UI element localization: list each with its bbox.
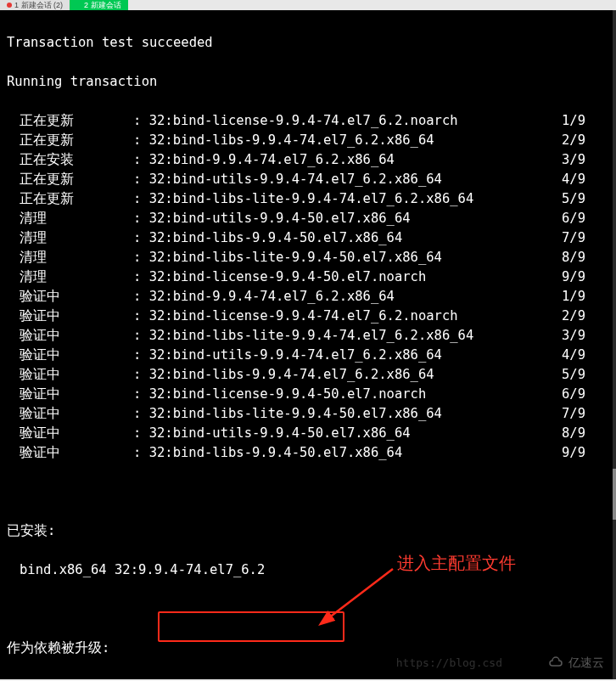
count-text: 9/9 xyxy=(558,267,609,287)
package-text: : 32:bind-libs-lite-9.9.4-74.el7_6.2.x86… xyxy=(133,326,558,346)
count-text: 4/9 xyxy=(558,170,609,189)
scroll-thumb[interactable] xyxy=(613,469,616,520)
transaction-row: 验证中: 32:bind-utils-9.9.4-74.el7_6.2.x86_… xyxy=(3,346,609,365)
count-text: 2/9 xyxy=(558,131,609,150)
status-text: 验证中 xyxy=(20,307,133,326)
highlight-box xyxy=(158,611,344,642)
tab-session-1[interactable]: 1 新建会话 (2) xyxy=(0,0,70,10)
transaction-row: 验证中: 32:bind-utils-9.9.4-50.el7.x86_648/… xyxy=(3,424,609,443)
count-text: 8/9 xyxy=(558,248,609,267)
package-text: : 32:bind-utils-9.9.4-74.el7_6.2.x86_64 xyxy=(133,170,558,189)
status-text: 验证中 xyxy=(20,404,133,424)
tab-label: 2 新建会话 xyxy=(84,0,121,10)
package-text: : 32:bind-license-9.9.4-50.el7.noarch xyxy=(133,385,558,404)
arrow-icon xyxy=(318,562,403,630)
status-dot-icon xyxy=(7,3,12,8)
count-text: 1/9 xyxy=(558,111,609,131)
transaction-row: 清理: 32:bind-libs-9.9.4-50.el7.x86_647/9 xyxy=(3,228,609,248)
status-text: 验证中 xyxy=(20,443,133,463)
package-text: : 32:bind-libs-9.9.4-74.el7_6.2.x86_64 xyxy=(133,365,558,385)
transaction-row: 验证中: 32:bind-9.9.4-74.el7_6.2.x86_641/9 xyxy=(3,287,609,307)
count-text: 3/9 xyxy=(558,326,609,346)
transaction-row: 正在更新: 32:bind-libs-lite-9.9.4-74.el7_6.2… xyxy=(3,189,609,209)
package-text: : 32:bind-libs-9.9.4-50.el7.x86_64 xyxy=(133,443,558,463)
transaction-row: 验证中: 32:bind-license-9.9.4-50.el7.noarch… xyxy=(3,385,609,404)
transaction-row: 验证中: 32:bind-libs-9.9.4-74.el7_6.2.x86_6… xyxy=(3,365,609,385)
status-text: 正在更新 xyxy=(20,111,133,131)
count-text: 7/9 xyxy=(558,404,609,424)
tab-bar: 1 新建会话 (2) 2 新建会话 xyxy=(0,0,616,10)
package-text: : 32:bind-libs-lite-9.9.4-74.el7_6.2.x86… xyxy=(133,189,558,209)
transaction-row: 正在更新: 32:bind-libs-9.9.4-74.el7_6.2.x86_… xyxy=(3,131,609,150)
transaction-row: 验证中: 32:bind-libs-lite-9.9.4-74.el7_6.2.… xyxy=(3,326,609,346)
status-text: 正在更新 xyxy=(20,189,133,209)
count-text: 4/9 xyxy=(558,346,609,365)
status-dot-icon xyxy=(76,3,81,8)
package-line: bind.x86_64 32:9.9.4-74.el7_6.2 xyxy=(3,560,609,580)
status-text: 验证中 xyxy=(20,365,133,385)
section-header: 已安装: xyxy=(3,521,609,541)
count-text: 9/9 xyxy=(558,443,609,463)
package-text: : 32:bind-license-9.9.4-74.el7_6.2.noarc… xyxy=(133,307,558,326)
count-text: 2/9 xyxy=(558,307,609,326)
cloud-icon xyxy=(548,656,563,671)
count-text: 7/9 xyxy=(558,228,609,248)
output-line: Transaction test succeeded xyxy=(3,33,609,53)
status-text: 正在更新 xyxy=(20,131,133,150)
tab-session-2[interactable]: 2 新建会话 xyxy=(70,0,128,10)
status-text: 验证中 xyxy=(20,326,133,346)
status-text: 验证中 xyxy=(20,287,133,307)
transaction-row: 清理: 32:bind-libs-lite-9.9.4-50.el7.x86_6… xyxy=(3,248,609,267)
transaction-row: 正在安装: 32:bind-9.9.4-74.el7_6.2.x86_643/9 xyxy=(3,150,609,170)
package-text: : 32:bind-libs-9.9.4-74.el7_6.2.x86_64 xyxy=(133,131,558,150)
package-text: : 32:bind-9.9.4-74.el7_6.2.x86_64 xyxy=(133,287,558,307)
status-text: 清理 xyxy=(20,248,133,267)
transaction-row: 正在更新: 32:bind-utils-9.9.4-74.el7_6.2.x86… xyxy=(3,170,609,189)
package-text: : 32:bind-libs-lite-9.9.4-50.el7.x86_64 xyxy=(133,404,558,424)
count-text: 3/9 xyxy=(558,150,609,170)
output-line: Running transaction xyxy=(3,72,609,92)
count-text: 1/9 xyxy=(558,287,609,307)
watermark-brand: 亿速云 xyxy=(548,653,604,673)
svg-line-0 xyxy=(328,569,393,618)
status-text: 清理 xyxy=(20,267,133,287)
package-text: : 32:bind-utils-9.9.4-50.el7.x86_64 xyxy=(133,424,558,443)
package-text: : 32:bind-libs-9.9.4-50.el7.x86_64 xyxy=(133,228,558,248)
status-text: 正在安装 xyxy=(20,150,133,170)
transaction-row: 验证中: 32:bind-libs-lite-9.9.4-50.el7.x86_… xyxy=(3,404,609,424)
status-text: 验证中 xyxy=(20,424,133,443)
terminal-output[interactable]: Transaction test succeeded Running trans… xyxy=(0,10,613,679)
transaction-row: 验证中: 32:bind-license-9.9.4-74.el7_6.2.no… xyxy=(3,307,609,326)
package-text: : 32:bind-license-9.9.4-50.el7.noarch xyxy=(133,267,558,287)
package-text: : 32:bind-utils-9.9.4-50.el7.x86_64 xyxy=(133,209,558,228)
transaction-row: 清理: 32:bind-license-9.9.4-50.el7.noarch9… xyxy=(3,267,609,287)
status-text: 清理 xyxy=(20,209,133,228)
count-text: 6/9 xyxy=(558,209,609,228)
package-text: : 32:bind-libs-lite-9.9.4-50.el7.x86_64 xyxy=(133,248,558,267)
status-text: 验证中 xyxy=(20,385,133,404)
transaction-row: 验证中: 32:bind-libs-9.9.4-50.el7.x86_649/9 xyxy=(3,443,609,463)
status-text: 验证中 xyxy=(20,346,133,365)
count-text: 5/9 xyxy=(558,189,609,209)
annotation-text: 进入主配置文件 xyxy=(397,554,516,573)
tab-label: 1 新建会话 (2) xyxy=(14,0,63,10)
package-text: : 32:bind-9.9.4-74.el7_6.2.x86_64 xyxy=(133,150,558,170)
package-line: bind-libs.x86_64 32:9.9.4-74.el7_6.2 xyxy=(3,678,609,681)
scrollbar[interactable] xyxy=(613,10,616,679)
count-text: 5/9 xyxy=(558,365,609,385)
count-text: 8/9 xyxy=(558,424,609,443)
package-text: : 32:bind-utils-9.9.4-74.el7_6.2.x86_64 xyxy=(133,346,558,365)
transaction-row: 正在更新: 32:bind-license-9.9.4-74.el7_6.2.n… xyxy=(3,111,609,131)
status-text: 正在更新 xyxy=(20,170,133,189)
watermark-url: https://blog.csd xyxy=(396,653,502,673)
package-text: : 32:bind-license-9.9.4-74.el7_6.2.noarc… xyxy=(133,111,558,131)
status-text: 清理 xyxy=(20,228,133,248)
transaction-row: 清理: 32:bind-utils-9.9.4-50.el7.x86_646/9 xyxy=(3,209,609,228)
count-text: 6/9 xyxy=(558,385,609,404)
